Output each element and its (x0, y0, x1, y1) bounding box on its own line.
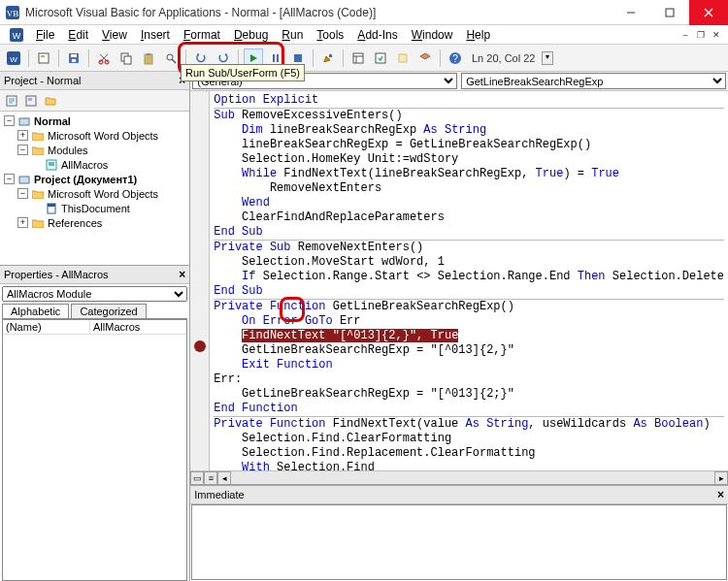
code-line[interactable]: GetLineBreakSearchRegExp = "[^013]{2,}" (214, 343, 724, 358)
minimize-button[interactable] (612, 0, 650, 25)
maximize-button[interactable] (650, 0, 689, 25)
tree-node-references[interactable]: +References (4, 215, 185, 230)
project-explorer-button[interactable] (348, 48, 368, 68)
code-line[interactable]: While FindNextText(lineBreakSearchRegExp… (214, 167, 724, 181)
code-line[interactable]: With Selection.Find (214, 461, 724, 470)
view-full-module-button[interactable]: ▭ (190, 471, 204, 485)
code-line[interactable]: Selection.HomeKey Unit:=wdStory (214, 152, 724, 167)
properties-object-select[interactable]: AllMacros Module (2, 286, 187, 302)
view-code-button[interactable] (3, 92, 20, 110)
code-line[interactable]: Sub RemoveExcessiveEnters() (214, 109, 724, 123)
cursor-position: Ln 20, Col 22 (472, 52, 535, 64)
menu-edit[interactable]: Edit (61, 26, 95, 44)
properties-grid[interactable]: (Name) AllMacros (2, 319, 187, 581)
copy-button[interactable] (116, 48, 136, 68)
toolbox-button[interactable] (415, 48, 435, 68)
property-value[interactable]: AllMacros (90, 320, 186, 334)
code-line[interactable]: On Error GoTo Err (214, 314, 724, 329)
project-toolbar (0, 90, 189, 112)
code-line[interactable]: Err: (214, 372, 724, 387)
line-col-dropdown[interactable]: ▾ (542, 51, 553, 65)
code-line[interactable]: lineBreakSearchRegExp = GetLineBreakSear… (214, 138, 724, 152)
code-line[interactable]: Private Function FindNextText(value As S… (214, 417, 724, 432)
project-explorer-title: Project - Normal (4, 75, 81, 86)
design-mode-button[interactable] (318, 48, 338, 68)
tab-alphabetic[interactable]: Alphabetic (2, 304, 69, 318)
toggle-folders-button[interactable] (42, 92, 59, 110)
svg-rect-23 (273, 54, 275, 62)
code-line[interactable]: Private Sub RemoveNextEnters() (214, 241, 724, 255)
close-button[interactable] (689, 0, 728, 25)
code-line[interactable]: Wend (214, 196, 724, 210)
code-line[interactable]: Selection.Find.Replacement.ClearFormatti… (214, 446, 724, 461)
code-line[interactable]: FindNextText "[^013]{2,}", True (214, 329, 724, 343)
tree-node-allmacros[interactable]: AllMacros (4, 157, 185, 172)
menu-help[interactable]: Help (459, 26, 497, 44)
code-editor[interactable]: Option ExplicitSub RemoveExcessiveEnters… (210, 91, 728, 470)
view-procedure-button[interactable]: ≡ (204, 471, 217, 485)
tree-node-modules[interactable]: −Modules (4, 143, 185, 157)
word-icon: W (9, 27, 24, 43)
code-line[interactable]: Option Explicit (214, 93, 724, 108)
properties-header: Properties - AllMacros × (0, 266, 189, 284)
menu-format[interactable]: Format (177, 26, 227, 44)
properties-button[interactable] (371, 48, 390, 68)
save-button[interactable] (64, 48, 83, 68)
code-line[interactable]: Selection.Find.ClearFormatting (214, 432, 724, 446)
menu-window[interactable]: Window (405, 26, 460, 44)
procedure-dropdown[interactable]: GetLineBreakSearchRegExp (461, 73, 726, 89)
window-title: Microsoft Visual Basic for Applications … (25, 6, 612, 19)
code-line[interactable]: ClearFindAndReplaceParameters (214, 210, 724, 225)
menu-run[interactable]: Run (275, 26, 310, 44)
code-line[interactable]: Private Function GetLineBreakSearchRegEx… (214, 300, 724, 314)
code-line[interactable]: RemoveNextEnters (214, 181, 724, 196)
properties-tabs: Alphabetic Categorized (2, 304, 187, 319)
find-button[interactable] (161, 48, 181, 68)
tree-node-thisdocument[interactable]: ThisDocument (4, 201, 185, 215)
mdi-minimize[interactable]: – (678, 28, 693, 42)
breakpoint-icon[interactable] (194, 340, 206, 352)
code-line[interactable]: GetLineBreakSearchRegExp = "[^013]{2;}" (214, 387, 724, 402)
tree-node-word-objects[interactable]: +Microsoft Word Objects (4, 128, 185, 143)
menu-tools[interactable]: Tools (310, 26, 350, 44)
code-line[interactable]: Selection.MoveStart wdWord, 1 (214, 255, 724, 270)
help-button[interactable]: ? (446, 48, 465, 68)
tree-node-project[interactable]: −Project (Документ1) (4, 172, 185, 186)
code-line[interactable]: End Function (214, 402, 724, 416)
menu-file[interactable]: File (29, 26, 61, 44)
code-line[interactable]: If Selection.Range.Start <> Selection.Ra… (214, 270, 724, 284)
cut-button[interactable] (94, 48, 114, 68)
code-line[interactable]: Dim lineBreakSearchRegExp As String (214, 123, 724, 138)
tree-node-word-objects-2[interactable]: −Microsoft Word Objects (4, 186, 185, 201)
left-column: Project - Normal × −Normal +Microsoft Wo… (0, 72, 190, 581)
property-name: (Name) (3, 320, 90, 334)
object-browser-button[interactable] (393, 48, 413, 68)
mdi-close[interactable]: ✕ (709, 28, 724, 42)
paste-button[interactable] (139, 48, 158, 68)
immediate-body[interactable] (191, 504, 727, 580)
tree-node-normal[interactable]: −Normal (4, 113, 185, 128)
breakpoint-gutter[interactable] (190, 91, 210, 470)
scroll-left-button[interactable]: ◂ (217, 471, 231, 485)
property-row[interactable]: (Name) AllMacros (3, 320, 186, 335)
code-line[interactable]: Exit Function (214, 358, 724, 372)
menu-insert[interactable]: Insert (134, 26, 177, 44)
menu-debug[interactable]: Debug (227, 26, 275, 44)
immediate-close[interactable]: × (717, 488, 724, 501)
insert-module-button[interactable] (34, 48, 53, 68)
view-object-button[interactable] (22, 92, 40, 110)
project-explorer-header: Project - Normal × (0, 72, 189, 90)
project-tree[interactable]: −Normal +Microsoft Word Objects −Modules… (0, 112, 189, 265)
horizontal-scrollbar[interactable]: ▭ ≡ ◂ ▸ (190, 470, 728, 484)
scroll-right-button[interactable]: ▸ (714, 471, 728, 485)
menu-add-ins[interactable]: Add-Ins (350, 26, 404, 44)
mdi-restore[interactable]: ❐ (693, 28, 709, 42)
code-line[interactable]: End Sub (214, 284, 724, 299)
tab-categorized[interactable]: Categorized (71, 304, 146, 318)
view-word-button[interactable]: W (4, 48, 23, 68)
scroll-track[interactable] (231, 471, 714, 484)
svg-text:W: W (10, 55, 17, 64)
menu-view[interactable]: View (95, 26, 134, 44)
properties-close[interactable]: × (179, 268, 185, 281)
code-line[interactable]: End Sub (214, 225, 724, 240)
